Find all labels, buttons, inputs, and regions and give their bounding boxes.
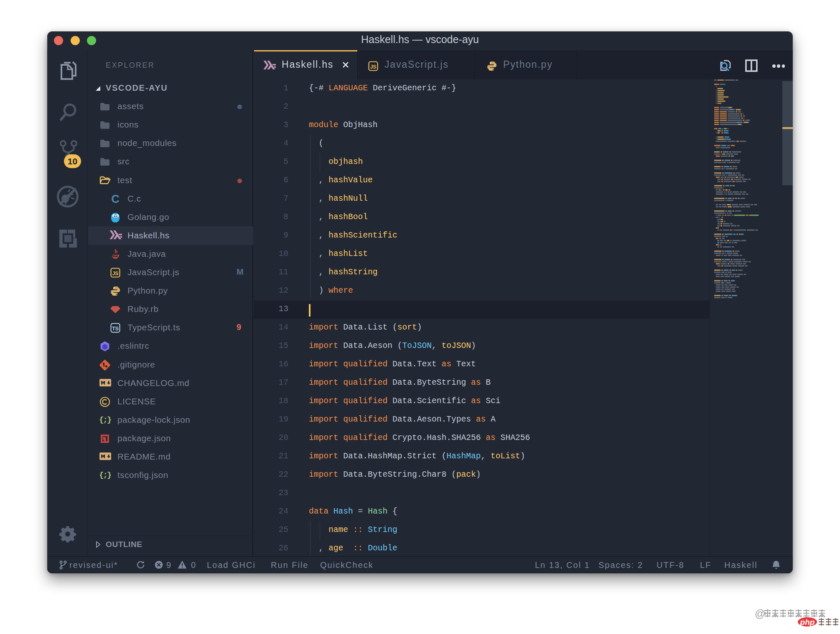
svg-text:TS: TS	[112, 326, 118, 332]
svg-text:JS: JS	[370, 64, 377, 70]
svg-text:@: @	[755, 608, 765, 619]
svg-text:JS: JS	[112, 271, 119, 276]
svg-text:php: php	[800, 618, 815, 626]
